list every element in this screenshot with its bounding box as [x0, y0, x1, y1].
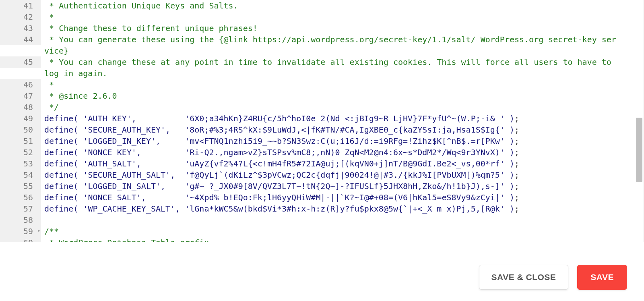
line-number: 44 — [0, 34, 41, 45]
save-button[interactable]: SAVE — [577, 265, 627, 290]
code-content[interactable]: define( 'AUTH_KEY', '6X0;a34hKn}Z4RU{c/5… — [41, 113, 644, 124]
action-bar: SAVE & CLOSE SAVE — [479, 265, 627, 290]
code-content[interactable]: define( 'SECURE_AUTH_SALT', 'f@QyLj`(dKi… — [41, 169, 644, 181]
line-number: 60 — [0, 237, 41, 242]
code-line[interactable]: 45 * You can change these at any point i… — [0, 56, 644, 79]
line-number: 54 — [0, 169, 41, 181]
vertical-scrollbar-thumb[interactable] — [636, 118, 642, 182]
code-line[interactable]: 43 * Change these to different unique ph… — [0, 23, 644, 34]
code-content[interactable]: * @since 2.6.0 — [41, 90, 644, 102]
code-content[interactable]: * — [41, 11, 644, 23]
line-number: 59▾ — [0, 226, 41, 237]
code-line[interactable]: 46 * — [0, 79, 644, 90]
code-line[interactable]: 42 * — [0, 11, 644, 23]
line-number: 47 — [0, 90, 41, 102]
line-number: 42 — [0, 11, 41, 23]
line-number: 57 — [0, 203, 41, 214]
code-editor[interactable]: 41 * Authentication Unique Keys and Salt… — [0, 0, 644, 242]
code-line[interactable]: 60 * WordPress Database Table prefix. — [0, 237, 644, 242]
code-content[interactable]: * You can change these at any point in t… — [41, 56, 644, 79]
code-line[interactable]: 48 */ — [0, 102, 644, 113]
code-content[interactable]: */ — [41, 102, 644, 113]
line-number: 51 — [0, 135, 41, 147]
code-line[interactable]: 52define( 'NONCE_KEY', 'Ri-Q2.,ngam>vZ}s… — [0, 147, 644, 158]
save-and-close-button[interactable]: SAVE & CLOSE — [479, 265, 569, 290]
code-line[interactable]: 49define( 'AUTH_KEY', '6X0;a34hKn}Z4RU{c… — [0, 113, 644, 124]
code-line[interactable]: 41 * Authentication Unique Keys and Salt… — [0, 0, 644, 11]
code-content[interactable]: define( 'AUTH_SALT', 'uAyZ{vf2%4?L{<c!mH… — [41, 158, 644, 169]
code-line[interactable]: 53define( 'AUTH_SALT', 'uAyZ{vf2%4?L{<c!… — [0, 158, 644, 169]
line-number: 49 — [0, 113, 41, 124]
code-line[interactable]: 57define( 'WP_CACHE_KEY_SALT', 'lGna*kWC… — [0, 203, 644, 214]
code-content[interactable]: define( 'WP_CACHE_KEY_SALT', 'lGna*kWC5&… — [41, 203, 644, 214]
code-line[interactable]: 58 — [0, 214, 644, 226]
line-number: 45 — [0, 56, 41, 68]
line-number: 48 — [0, 102, 41, 113]
code-content[interactable]: /** — [41, 226, 644, 237]
line-number: 55 — [0, 181, 41, 192]
code-content[interactable]: define( 'LOGGED_IN_SALT', 'g#~ ?_JX0#9[8… — [41, 181, 644, 192]
print-margin — [459, 0, 459, 242]
line-number: 56 — [0, 192, 41, 203]
line-number: 41 — [0, 0, 41, 11]
code-line[interactable]: 55define( 'LOGGED_IN_SALT', 'g#~ ?_JX0#9… — [0, 181, 644, 192]
fold-toggle-icon[interactable]: ▾ — [37, 228, 40, 233]
code-content[interactable]: * — [41, 79, 644, 90]
line-number: 50 — [0, 124, 41, 135]
code-content[interactable]: * Authentication Unique Keys and Salts. — [41, 0, 644, 11]
code-content[interactable]: define( 'LOGGED_IN_KEY', 'mv<FTNQ1nzhi5i… — [41, 135, 644, 147]
code-content[interactable]: define( 'NONCE_SALT', '~4Xpd%_b!EQo:Fk;l… — [41, 192, 644, 203]
code-content[interactable]: define( 'NONCE_KEY', 'Ri-Q2.,ngam>vZ}sTS… — [41, 147, 644, 158]
line-number: 46 — [0, 79, 41, 90]
line-number: 52 — [0, 147, 41, 158]
code-line[interactable]: 50define( 'SECURE_AUTH_KEY', '8oR;#%3;4R… — [0, 124, 644, 135]
line-number: 58 — [0, 214, 41, 226]
code-content[interactable]: * WordPress Database Table prefix. — [41, 237, 644, 242]
code-content[interactable]: define( 'SECURE_AUTH_KEY', '8oR;#%3;4RS^… — [41, 124, 644, 135]
code-line[interactable]: 54define( 'SECURE_AUTH_SALT', 'f@QyLj`(d… — [0, 169, 644, 181]
code-line[interactable]: 59▾/** — [0, 226, 644, 237]
code-line[interactable]: 51define( 'LOGGED_IN_KEY', 'mv<FTNQ1nzhi… — [0, 135, 644, 147]
code-content[interactable]: * Change these to different unique phras… — [41, 23, 644, 34]
line-number: 43 — [0, 23, 41, 34]
code-line[interactable]: 44 * You can generate these using the {@… — [0, 34, 644, 56]
code-line[interactable]: 47 * @since 2.6.0 — [0, 90, 644, 102]
code-content[interactable]: * You can generate these using the {@lin… — [41, 34, 644, 56]
code-line[interactable]: 56define( 'NONCE_SALT', '~4Xpd%_b!EQo:Fk… — [0, 192, 644, 203]
line-number: 53 — [0, 158, 41, 169]
